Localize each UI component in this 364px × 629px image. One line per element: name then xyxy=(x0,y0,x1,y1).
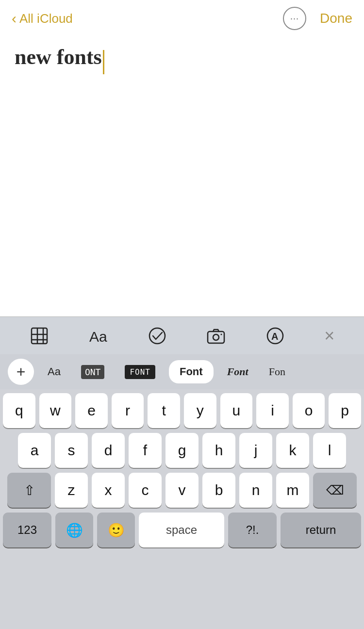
font-serif-label: Fon xyxy=(269,365,285,378)
shift-icon: ⇧ xyxy=(24,482,35,498)
emoji-key[interactable]: 🙂 xyxy=(97,513,135,547)
globe-icon: 🌐 xyxy=(66,522,83,538)
svg-point-6 xyxy=(149,328,165,344)
done-button[interactable]: Done xyxy=(320,11,352,26)
key-b[interactable]: b xyxy=(202,473,235,508)
key-f[interactable]: f xyxy=(129,433,162,468)
key-z[interactable]: z xyxy=(55,473,88,508)
font-option-ont[interactable]: ONT xyxy=(74,360,112,383)
font-option-serif[interactable]: Fon xyxy=(262,360,292,383)
keyboard-row-1: q w e r t y u i o p xyxy=(3,393,361,428)
svg-text:A: A xyxy=(271,331,278,342)
num-key[interactable]: 123 xyxy=(3,513,51,547)
svg-text:Aa: Aa xyxy=(89,329,107,345)
close-icon: × xyxy=(324,326,334,346)
return-key[interactable]: return xyxy=(281,513,361,547)
font-option-regular-active[interactable]: Font xyxy=(169,360,214,383)
keyboard-row-3: ⇧ z x c v b n m ⌫ xyxy=(3,473,361,508)
space-label: space xyxy=(166,523,197,537)
svg-point-9 xyxy=(221,333,222,335)
key-l[interactable]: l xyxy=(313,433,346,468)
formatting-toolbar: Aa A × xyxy=(0,316,364,354)
font-option-bold-box[interactable]: FONT xyxy=(118,360,162,383)
space-key[interactable]: space xyxy=(139,513,224,547)
markup-icon[interactable]: A xyxy=(265,326,285,346)
text-format-icon[interactable]: Aa xyxy=(88,326,108,346)
more-button[interactable]: ··· xyxy=(283,7,306,30)
globe-key[interactable]: 🌐 xyxy=(55,513,93,547)
key-j[interactable]: j xyxy=(239,433,272,468)
key-y[interactable]: y xyxy=(184,393,216,428)
svg-rect-7 xyxy=(208,331,224,343)
key-i[interactable]: i xyxy=(256,393,289,428)
backspace-key[interactable]: ⌫ xyxy=(313,473,357,508)
key-r[interactable]: r xyxy=(112,393,144,428)
key-o[interactable]: o xyxy=(293,393,325,428)
font-italic-label: Font xyxy=(227,365,248,378)
shift-key[interactable]: ⇧ xyxy=(7,473,51,508)
header: ‹ All iCloud ··· Done xyxy=(0,0,364,35)
key-k[interactable]: k xyxy=(276,433,309,468)
key-d[interactable]: d xyxy=(92,433,125,468)
punctuation-label: ?!. xyxy=(246,523,259,537)
key-n[interactable]: n xyxy=(239,473,272,508)
keyboard-row-4: 123 🌐 🙂 space ?!. return xyxy=(3,513,361,547)
key-s[interactable]: s xyxy=(55,433,88,468)
back-label: All iCloud xyxy=(19,11,73,26)
text-cursor xyxy=(103,50,104,74)
key-c[interactable]: c xyxy=(129,473,162,508)
font-picker-strip: + Aa ONT FONT Font Font Fon xyxy=(0,354,364,389)
close-toolbar-button[interactable]: × xyxy=(324,326,334,346)
punctuation-key[interactable]: ?!. xyxy=(228,513,277,547)
svg-point-8 xyxy=(213,334,219,340)
num-label: 123 xyxy=(17,523,37,537)
table-icon[interactable] xyxy=(30,326,49,346)
font-regular-label: Font xyxy=(180,365,203,378)
font-ont-label: ONT xyxy=(81,365,105,379)
key-q[interactable]: q xyxy=(3,393,35,428)
svg-rect-0 xyxy=(32,328,47,344)
back-chevron-icon: ‹ xyxy=(12,11,17,26)
camera-icon[interactable] xyxy=(206,326,226,346)
add-font-button[interactable]: + xyxy=(8,359,34,385)
key-w[interactable]: w xyxy=(39,393,72,428)
back-button[interactable]: ‹ All iCloud xyxy=(12,11,73,26)
key-g[interactable]: g xyxy=(165,433,199,468)
key-t[interactable]: t xyxy=(148,393,180,428)
keyboard-row-2: a s d f g h j k l xyxy=(3,433,361,468)
key-h[interactable]: h xyxy=(202,433,235,468)
key-u[interactable]: u xyxy=(220,393,253,428)
backspace-icon: ⌫ xyxy=(326,483,344,498)
font-aa-label: Aa xyxy=(48,365,61,378)
font-option-aa[interactable]: Aa xyxy=(41,360,67,383)
key-x[interactable]: x xyxy=(92,473,125,508)
return-label: return xyxy=(306,523,336,537)
key-a[interactable]: a xyxy=(18,433,51,468)
keyboard: q w e r t y u i o p a s d f g h j k l ⇧ … xyxy=(0,389,364,629)
key-e[interactable]: e xyxy=(75,393,108,428)
key-m[interactable]: m xyxy=(276,473,309,508)
header-right: ··· Done xyxy=(283,7,352,30)
checkmark-icon[interactable] xyxy=(148,326,167,346)
emoji-icon: 🙂 xyxy=(108,522,125,538)
font-option-italic[interactable]: Font xyxy=(220,360,255,383)
font-bold-box-label: FONT xyxy=(125,365,155,379)
key-p[interactable]: p xyxy=(329,393,361,428)
more-dots-icon: ··· xyxy=(290,14,299,23)
content-area[interactable]: new fonts xyxy=(0,35,364,316)
note-title: new fonts xyxy=(15,45,102,69)
key-v[interactable]: v xyxy=(165,473,199,508)
